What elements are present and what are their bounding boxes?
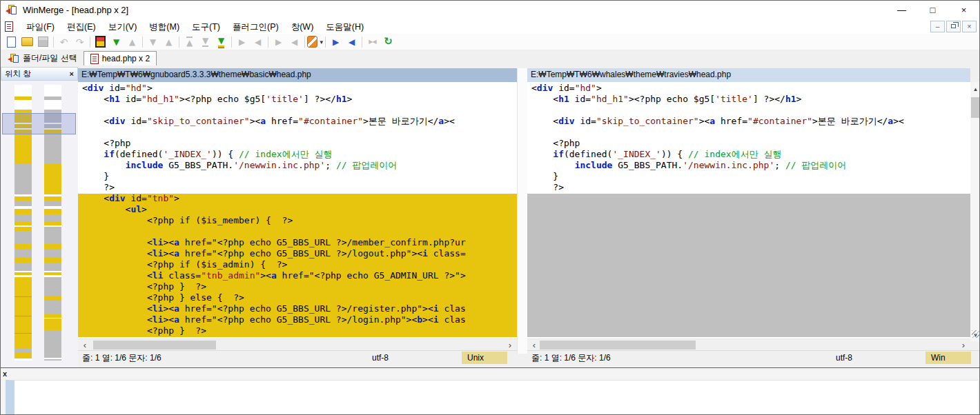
menu-window[interactable]: 창(W) [285, 21, 320, 33]
options-button[interactable]: ▾ [307, 34, 323, 50]
scroll-left-arrow[interactable]: ‹ [79, 339, 90, 351]
scroll-thumb[interactable] [93, 341, 216, 350]
copy-right-button[interactable]: ▶ [234, 34, 250, 50]
cursor-position: 줄: 1 열: 1/6 문자: 1/6 [82, 352, 372, 364]
diff-band [44, 301, 61, 314]
diff-band [14, 243, 32, 249]
code-line: include G5_BBS_PATH.'/newwin.inc.php'; /… [531, 160, 970, 171]
diff-band [44, 201, 61, 206]
menu-file[interactable]: 파일(F) [20, 21, 61, 33]
last-difference-button[interactable]: ▼ [213, 34, 229, 50]
menu-merge[interactable]: 병합(M) [143, 21, 186, 33]
view-differences-button[interactable] [92, 34, 108, 50]
diff-band [14, 164, 32, 194]
copy-all-right-button[interactable]: ▶ [328, 34, 344, 50]
right-horizontal-scrollbar[interactable]: ‹ › [527, 338, 970, 350]
current-difference-button[interactable]: ▼ [197, 34, 213, 50]
mdi-close-button[interactable]: × [962, 21, 977, 32]
left-file-path-header[interactable]: E:₩Temp₩T₩6₩gnuboard5.3.3.3₩theme₩basic₩… [78, 68, 517, 82]
open-button[interactable] [19, 34, 35, 50]
diff-band [44, 243, 61, 249]
right-file-pane: E:₩Temp₩T₩6₩whales₩theme₩travies₩head.ph… [527, 68, 980, 365]
menu-tools[interactable]: 도구(T) [186, 21, 226, 33]
toolbar-separator [362, 37, 362, 48]
menu-help[interactable]: 도움말(H) [320, 21, 370, 33]
location-pane-title: 위치 창 [5, 69, 31, 79]
scroll-left-arrow[interactable]: ‹ [529, 339, 540, 351]
next-conflict-button[interactable]: ▼ [145, 34, 161, 50]
code-line: <?php } ?> [82, 325, 517, 336]
right-file-path-header[interactable]: E:₩Temp₩T₩6₩whales₩theme₩travies₩head.ph… [527, 68, 970, 82]
scroll-right-arrow[interactable]: › [958, 339, 969, 351]
copy-left-button[interactable]: ◀ [250, 34, 266, 50]
pane-splitter[interactable] [517, 68, 527, 354]
tab-head-php[interactable]: head.php x 2 [84, 51, 157, 65]
diff-band [14, 130, 32, 164]
code-line: <div id="hd"> [82, 83, 517, 94]
code-line: ?> [82, 182, 517, 193]
resize-grip[interactable] [972, 330, 979, 338]
winmerge-window: WinMerge - [head.php x 2] — □ × 파일(F)편집(… [0, 0, 980, 415]
file-compare-icon [90, 54, 99, 64]
diff-band [44, 85, 61, 97]
toolbar-separator [90, 37, 90, 48]
vertical-scrollbar[interactable]: ▴ ▾ [970, 82, 980, 341]
diff-band [44, 227, 61, 243]
code-line: <li><a href="<?php echo G5_BBS_URL ?>/lo… [82, 314, 517, 325]
menu-plugins[interactable]: 플러그인(P) [226, 21, 285, 33]
output-pane-content [6, 380, 978, 414]
refresh-button[interactable]: ↻ [380, 34, 396, 50]
diff-band [44, 249, 61, 258]
scroll-thumb[interactable] [971, 97, 980, 118]
menu-items: 파일(F)편집(E)보기(V)병합(M)도구(T)플러그인(P)창(W)도움말(… [20, 20, 370, 33]
diff-band [44, 359, 61, 361]
diff-band [14, 263, 32, 271]
diff-band [44, 209, 61, 214]
scroll-thumb[interactable] [540, 341, 696, 350]
code-line: <h1 id="hd_h1"><?php echo $g5['title'] ?… [82, 94, 517, 105]
code-line: <ul> [82, 204, 517, 215]
scroll-right-arrow[interactable]: › [504, 339, 516, 351]
copy-right-advance-button[interactable]: ▶ [271, 34, 286, 50]
code-line [531, 105, 970, 116]
first-difference-button[interactable]: ▲ [182, 34, 197, 50]
save-button[interactable] [35, 34, 51, 50]
restore-icon [951, 24, 956, 28]
scroll-up-arrow[interactable]: ▴ [970, 83, 980, 94]
menu-edit[interactable]: 편집(E) [61, 21, 102, 33]
tab-folder-file-select[interactable]: 폴더/파일 선택 [2, 51, 84, 65]
minimize-button[interactable]: — [886, 1, 917, 19]
diff-band [14, 258, 32, 263]
tab-label: 폴더/파일 선택 [23, 52, 77, 64]
diff-band [14, 277, 32, 296]
mdi-restore-button[interactable] [946, 21, 961, 32]
diff-band [44, 277, 61, 296]
left-code-editor[interactable]: <div id="hd"> <h1 id="hd_h1"><?php echo … [78, 82, 517, 338]
tabbar: 폴더/파일 선택 head.php x 2 [1, 50, 979, 65]
left-horizontal-scrollbar[interactable]: ‹ › [78, 338, 517, 350]
close-button[interactable]: × [948, 1, 979, 19]
left-file-pane: E:₩Temp₩T₩6₩gnuboard5.3.3.3₩theme₩basic₩… [78, 68, 517, 365]
diff-band [14, 316, 32, 333]
location-viewport-indicator[interactable] [2, 113, 76, 134]
previous-conflict-button[interactable]: ▲ [161, 34, 177, 50]
mdi-minimize-button[interactable]: – [930, 21, 945, 32]
code-line: <?php } ?> [82, 281, 517, 292]
previous-difference-button[interactable]: ▲ [124, 34, 140, 50]
undo-button[interactable]: ↶ [56, 34, 72, 50]
diff-band [14, 85, 32, 97]
right-code-editor[interactable]: <div id="hd"> <h1 id="hd_h1"><?php echo … [527, 82, 970, 338]
copy-left-advance-button[interactable]: ◀ [286, 34, 302, 50]
titlebar: WinMerge - [head.php x 2] — □ × [1, 1, 979, 19]
maximize-button[interactable]: □ [917, 1, 948, 19]
location-pane-close-button[interactable]: × [70, 70, 74, 78]
mdi-controls: – × [930, 21, 979, 32]
next-difference-button[interactable]: ▼ [108, 34, 124, 50]
auto-merge-button[interactable]: ▶◀ [364, 34, 380, 50]
copy-all-left-button[interactable]: ◀ [344, 34, 360, 50]
output-pane-close-button[interactable]: x [3, 370, 7, 378]
menu-view[interactable]: 보기(V) [102, 21, 144, 33]
new-file-button[interactable] [3, 34, 19, 50]
redo-button[interactable]: ↷ [72, 34, 88, 50]
diff-band [14, 201, 32, 206]
